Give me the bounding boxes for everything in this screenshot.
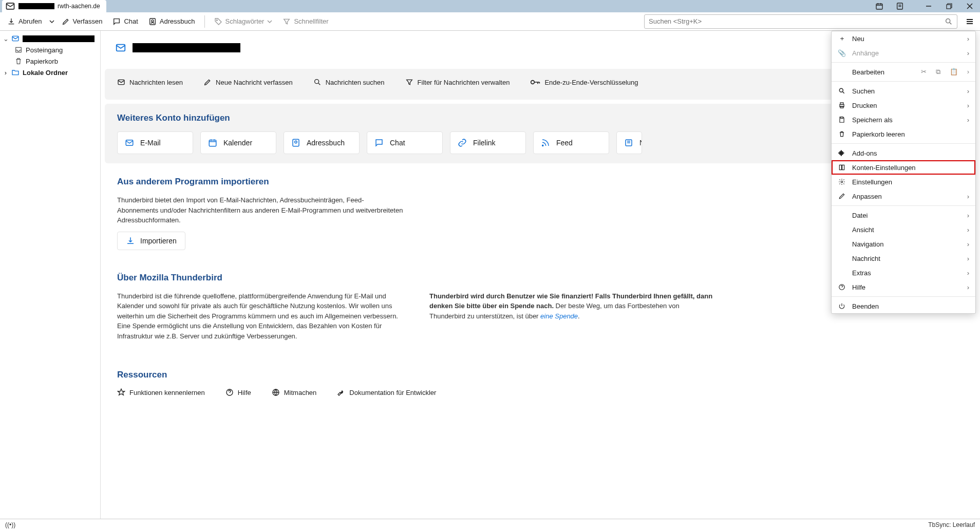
menu-view[interactable]: Ansicht› xyxy=(832,222,975,237)
fetch-label: Abrufen xyxy=(18,17,42,25)
chevron-right-icon[interactable]: › xyxy=(967,68,969,76)
card-filelink[interactable]: Filelink xyxy=(450,131,526,154)
svg-rect-25 xyxy=(841,117,843,119)
tags-button[interactable]: Schlagwörter xyxy=(210,15,277,28)
minimize-button[interactable] xyxy=(918,0,939,12)
help-icon xyxy=(838,283,846,291)
card-email[interactable]: E-Mail xyxy=(117,131,193,154)
puzzle-icon xyxy=(838,149,846,157)
menu-customize-label: Anpassen xyxy=(852,193,882,200)
menu-separator xyxy=(832,143,975,144)
menu-new[interactable]: ＋Neu› xyxy=(832,31,975,46)
download-icon xyxy=(7,17,15,26)
maximize-button[interactable] xyxy=(939,0,959,12)
menu-attachments-label: Anhänge xyxy=(852,49,879,57)
copy-icon[interactable]: ⧉ xyxy=(936,68,940,76)
menu-extras[interactable]: Extras› xyxy=(832,266,975,280)
menu-print[interactable]: Drucken› xyxy=(832,98,975,112)
menu-settings-label: Einstellungen xyxy=(852,178,892,186)
action-read[interactable]: Nachrichten lesen xyxy=(117,78,183,86)
rss-icon xyxy=(541,138,550,147)
menu-quit[interactable]: Beenden xyxy=(832,299,975,313)
fetch-button[interactable]: Abrufen xyxy=(3,15,46,28)
paperclip-icon: 📎 xyxy=(838,49,846,57)
tree-local-folders[interactable]: › Lokale Ordner xyxy=(0,67,100,78)
menu-account-settings[interactable]: Konten-Einstellungen xyxy=(832,160,975,175)
compose-button[interactable]: Verfassen xyxy=(58,15,107,28)
app-menu-button[interactable] xyxy=(963,14,977,29)
chevron-down-icon: ⌄ xyxy=(3,35,8,43)
svg-point-21 xyxy=(839,88,843,92)
action-filters[interactable]: Filter für Nachrichten verwalten xyxy=(405,78,510,86)
chat-button[interactable]: Chat xyxy=(108,15,142,28)
res-features[interactable]: Funktionen kennenlernen xyxy=(117,388,205,396)
menu-navigation[interactable]: Navigation› xyxy=(832,237,975,251)
menu-help[interactable]: Hilfe› xyxy=(832,280,975,294)
menu-message[interactable]: Nachricht› xyxy=(832,251,975,266)
pencil-icon xyxy=(62,17,70,26)
tbsync-status: TbSync: Leerlauf xyxy=(928,521,975,528)
maximize-icon xyxy=(946,3,952,9)
action-search[interactable]: Nachrichten suchen xyxy=(313,78,385,86)
card-newsgroup[interactable]: N xyxy=(616,131,642,154)
tab-account[interactable]: rwth-aachen.de xyxy=(2,0,106,12)
tasks-button[interactable] xyxy=(890,0,910,12)
svg-point-11 xyxy=(314,80,318,84)
chevron-right-icon: › xyxy=(967,226,969,234)
chevron-right-icon: › xyxy=(967,49,969,57)
menu-saveas[interactable]: Speichern als› xyxy=(832,112,975,127)
action-e2e[interactable]: Ende-zu-Ende-Verschlüsselung xyxy=(530,78,638,86)
inbox-icon xyxy=(14,46,23,54)
menu-file-label: Datei xyxy=(852,212,868,219)
import-button[interactable]: Importieren xyxy=(117,232,185,250)
card-chat[interactable]: Chat xyxy=(367,131,443,154)
tree-account[interactable]: ⌄ xyxy=(0,33,100,44)
paste-icon[interactable]: 📋 xyxy=(950,68,958,76)
action-e2e-label: Ende-zu-Ende-Verschlüsselung xyxy=(544,79,638,86)
chat-icon xyxy=(374,138,384,147)
tree-trash[interactable]: Papierkorb xyxy=(0,55,100,67)
menu-saveas-label: Speichern als xyxy=(852,116,893,124)
card-addressbook[interactable]: Adressbuch xyxy=(284,131,360,154)
svg-point-12 xyxy=(531,81,535,84)
search-icon xyxy=(313,78,322,86)
trash-icon xyxy=(14,57,23,65)
filter-icon xyxy=(405,78,413,86)
calendar-button[interactable] xyxy=(869,0,890,12)
gear-icon xyxy=(838,178,846,186)
card-calendar[interactable]: Kalender xyxy=(200,131,276,154)
local-label: Lokale Ordner xyxy=(23,69,68,77)
menu-separator xyxy=(832,62,975,63)
chevron-right-icon: › xyxy=(967,240,969,248)
res-devdocs[interactable]: Dokumentation für Entwickler xyxy=(337,388,436,396)
pencil-icon xyxy=(203,78,212,86)
close-button[interactable] xyxy=(959,0,980,12)
menu-addons[interactable]: Add-ons xyxy=(832,146,975,160)
trash-icon xyxy=(838,130,846,138)
card-feed[interactable]: Feed xyxy=(533,131,609,154)
menu-emptytrash-label: Papierkorb leeren xyxy=(852,130,905,138)
menu-customize[interactable]: Anpassen› xyxy=(832,189,975,203)
fetch-dropdown[interactable] xyxy=(48,17,55,26)
power-icon xyxy=(838,302,846,310)
addressbook-button[interactable]: Adressbuch xyxy=(144,15,199,28)
menu-emptytrash[interactable]: Papierkorb leeren xyxy=(832,127,975,141)
search-box[interactable] xyxy=(644,14,957,29)
res-involved[interactable]: Mitmachen xyxy=(272,388,317,396)
menu-search[interactable]: Suchen› xyxy=(832,84,975,98)
res-help[interactable]: Hilfe xyxy=(225,388,251,396)
donate-link[interactable]: eine Spende xyxy=(540,312,578,320)
quickfilter-button[interactable]: Schnellfilter xyxy=(278,15,332,28)
search-input[interactable] xyxy=(649,17,945,25)
cut-icon[interactable]: ✂ xyxy=(921,68,927,76)
menu-settings[interactable]: Einstellungen xyxy=(832,175,975,189)
svg-rect-14 xyxy=(209,140,216,146)
tree-inbox[interactable]: Posteingang xyxy=(0,44,100,55)
action-read-label: Nachrichten lesen xyxy=(129,79,183,86)
card-filelink-label: Filelink xyxy=(473,139,496,147)
menu-edit-label: Bearbeiten xyxy=(852,68,884,76)
action-compose[interactable]: Neue Nachricht verfassen xyxy=(203,78,293,86)
menu-file[interactable]: Datei› xyxy=(832,208,975,222)
res-help-label: Hilfe xyxy=(238,389,251,396)
addressbook-icon xyxy=(291,138,300,147)
